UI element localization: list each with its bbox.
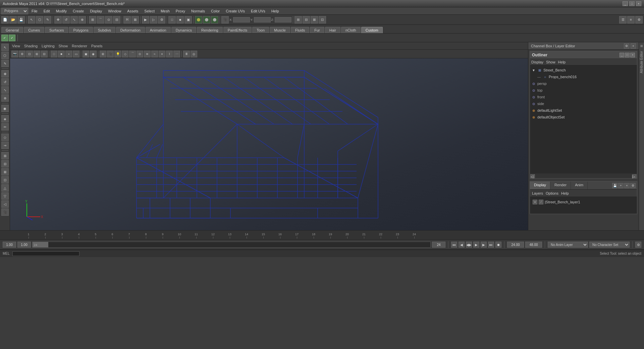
outliner-menu-help[interactable]: Help	[558, 60, 566, 64]
char-set-select[interactable]: No Character Set	[589, 242, 630, 248]
tab-rendering[interactable]: Rendering	[197, 27, 223, 33]
anim-layer-select[interactable]: No Anim Layer	[548, 242, 588, 248]
vp-frame-all[interactable]: ⊞	[34, 51, 40, 57]
menu-assets[interactable]: Assets	[124, 8, 141, 14]
tab-anim[interactable]: Anim	[571, 182, 588, 189]
menu-create[interactable]: Create	[70, 8, 87, 14]
layer-visible-btn[interactable]: V	[533, 200, 537, 204]
outliner-minimize[interactable]: _	[620, 53, 624, 57]
attribute-editor-toggle[interactable]: ≡	[627, 16, 635, 23]
vp-dynamics-toggle[interactable]: ≋	[144, 51, 151, 57]
go-to-end-btn[interactable]: ⏭	[488, 242, 494, 248]
tab-toon[interactable]: Toon	[252, 27, 269, 33]
tab-dynamics[interactable]: Dynamics	[171, 27, 196, 33]
vp-wireframe[interactable]: □	[51, 51, 57, 57]
tool-settings-toggle[interactable]: ⚙	[635, 16, 643, 23]
scroll-left-btn[interactable]: ◁	[530, 174, 535, 178]
menu-normals[interactable]: Normals	[189, 8, 208, 14]
outliner-item-default-light-set[interactable]: ⊛ defaultLightSet	[530, 107, 637, 114]
3d-viewport[interactable]: X Y Z	[10, 58, 528, 230]
menu-mesh[interactable]: Mesh	[158, 8, 172, 14]
record-btn[interactable]: ⏺	[495, 242, 501, 248]
redirect-button[interactable]: ⇒	[1, 142, 9, 149]
vp-frame-sel[interactable]: ⊟	[41, 51, 48, 57]
universal-manip-button[interactable]: ⊕	[78, 16, 86, 23]
save-file-button[interactable]: 💾	[17, 16, 25, 23]
vp-smooth-shade[interactable]: ■	[58, 51, 65, 57]
left-btn-extra2[interactable]: ⊟	[1, 160, 9, 167]
vp-fluids-toggle[interactable]: ≈	[151, 51, 158, 57]
outliner-menu-display[interactable]: Display	[531, 60, 543, 64]
viewport-menu-lighting[interactable]: Lighting	[42, 44, 55, 48]
render-button[interactable]: ▶	[142, 16, 149, 23]
z-field[interactable]	[275, 17, 291, 22]
start-frame-field[interactable]	[3, 242, 16, 248]
tab-general[interactable]: General	[1, 27, 23, 33]
vp-lights-toggle[interactable]: 💡	[114, 51, 121, 57]
move-tool-button[interactable]: ✥	[54, 16, 62, 23]
quick-layout1-button[interactable]: ⊞	[294, 16, 302, 23]
shelf-icon2[interactable]: ✔	[9, 35, 15, 41]
light1-button[interactable]	[195, 16, 202, 23]
tab-ncloth[interactable]: nCloth	[341, 27, 361, 33]
quick-layout2-button[interactable]: ⊟	[303, 16, 310, 23]
snap-view-button[interactable]: ⊟	[113, 16, 120, 23]
scale-tool-button[interactable]: ⤡	[70, 16, 78, 23]
tab-curves[interactable]: Curves	[24, 27, 44, 33]
close-button[interactable]: ×	[636, 1, 641, 6]
left-btn-extra1[interactable]: ⊞	[1, 152, 9, 159]
lasso-left-button[interactable]: ⬡	[1, 52, 9, 59]
tab-muscle[interactable]: Muscle	[270, 27, 290, 33]
tab-surfaces[interactable]: Surfaces	[45, 27, 68, 33]
vp-follicles-toggle[interactable]: ⌇	[166, 51, 173, 57]
scale-left-button[interactable]: ⤡	[1, 86, 9, 94]
outliner-close[interactable]: ×	[630, 53, 635, 57]
tab-painteffects[interactable]: PaintEffects	[223, 27, 252, 33]
menu-modify[interactable]: Modify	[53, 8, 69, 14]
vp-bounding-box[interactable]: ▭	[73, 51, 79, 57]
scroll-right-btn[interactable]: ▷	[632, 174, 637, 178]
tab-fur[interactable]: Fur	[310, 27, 324, 33]
construction-plane-button[interactable]: ⊠	[131, 16, 139, 23]
camera-navigate-button[interactable]: 🎥	[1, 208, 9, 216]
left-btn-extra4[interactable]: ⊡	[1, 176, 9, 184]
channel-box-toggle[interactable]: ☰	[619, 16, 627, 23]
go-to-start-btn[interactable]: ⏮	[451, 242, 457, 248]
tab-polygons[interactable]: Polygons	[69, 27, 93, 33]
preferences-btn[interactable]: ⚙	[635, 242, 641, 248]
title-bar-controls[interactable]: _ □ ×	[623, 1, 641, 6]
tab-hair[interactable]: Hair	[325, 27, 340, 33]
layers-options-btn[interactable]: ⚙	[630, 183, 636, 188]
vp-grid-toggle[interactable]: ⊞	[100, 51, 106, 57]
outliner-item-top[interactable]: ⊙ top	[530, 87, 637, 94]
rotate-left-button[interactable]: ↺	[1, 78, 9, 86]
quick-layout3-button[interactable]: ⊠	[311, 16, 318, 23]
layer-row-bench[interactable]: V / |Street_Bench_layer1	[531, 198, 636, 206]
menu-edit-uvs[interactable]: Edit UVs	[248, 8, 268, 14]
display-menu-layers[interactable]: Layers	[532, 191, 543, 195]
snap-point-button[interactable]: ⊙	[105, 16, 112, 23]
play-back-btn[interactable]: ◀▶	[466, 242, 472, 248]
select-left-button[interactable]: ↖	[1, 44, 9, 51]
x-field[interactable]	[233, 17, 250, 22]
tab-deformation[interactable]: Deformation	[116, 27, 145, 33]
outliner-item-street-bench[interactable]: ▼ ⊞ Street_Bench	[530, 67, 637, 73]
soft-select-button[interactable]: ◉	[1, 105, 9, 112]
menu-color[interactable]: Color	[208, 8, 222, 14]
viewport-menu-shading[interactable]: Shading	[24, 44, 38, 48]
paint-select-button[interactable]: ✎	[44, 16, 51, 23]
menu-proxy[interactable]: Proxy	[173, 8, 188, 14]
outliner-item-persp[interactable]: ⊙ persp	[530, 80, 637, 87]
outliner-h-scrollbar[interactable]: ◁ ▷	[530, 173, 637, 178]
display-menu-options[interactable]: Options	[546, 191, 558, 195]
tab-animation[interactable]: Animation	[146, 27, 171, 33]
vp-camera-attrs[interactable]: ⚙	[19, 51, 25, 57]
tab-subdivs[interactable]: Subdivs	[94, 27, 115, 33]
current-time-field[interactable]	[17, 242, 31, 248]
outliner-menu-show[interactable]: Show	[546, 60, 555, 64]
vp-hud-toggle[interactable]: Ⅲ	[183, 51, 190, 57]
rotate-tool-button[interactable]: ↺	[62, 16, 70, 23]
panel-close-button[interactable]: ×	[631, 43, 636, 49]
vp-ambient-occlusion[interactable]: ◉	[90, 51, 97, 57]
vp-joints-toggle[interactable]: ◇	[122, 51, 128, 57]
